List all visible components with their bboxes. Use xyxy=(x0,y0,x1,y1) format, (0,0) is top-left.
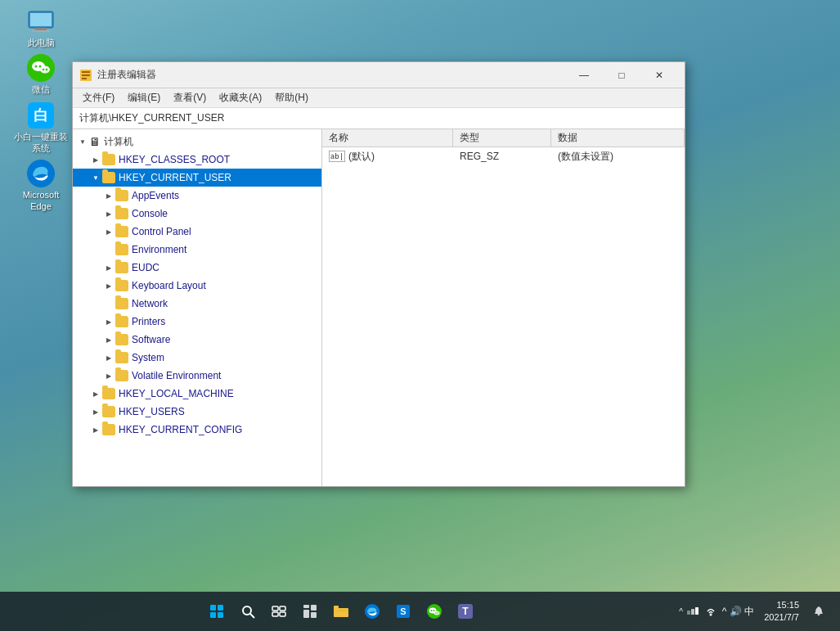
svg-rect-21 xyxy=(218,612,223,618)
cell-name-default: ab| (默认) xyxy=(322,147,453,165)
expand-current-config[interactable] xyxy=(89,423,102,436)
svg-rect-17 xyxy=(82,78,87,79)
store-button[interactable]: S xyxy=(389,597,418,626)
tree-item-system[interactable]: System xyxy=(73,349,321,367)
tree-item-volatile-env[interactable]: Volatile Environment xyxy=(73,367,321,385)
minimize-button[interactable]: — xyxy=(565,62,603,88)
xiaobai-icon: 白 xyxy=(25,102,57,128)
expand-system[interactable] xyxy=(102,351,115,364)
explorer-button[interactable] xyxy=(326,597,356,626)
app7-button[interactable]: T xyxy=(451,597,480,626)
tree-item-computer[interactable]: 🖥 计算机 xyxy=(73,133,321,151)
tree-item-eudc[interactable]: EUDC xyxy=(73,259,321,277)
title-bar: 注册表编辑器 — □ ✕ xyxy=(73,62,685,88)
expand-current-user[interactable] xyxy=(89,171,102,184)
details-panel: 名称 类型 数据 ab| (默认) REG_SZ (数值未设置) xyxy=(322,129,685,486)
desktop-icon-xiaobai[interactable]: 白 小白一键重装系统 xyxy=(12,102,70,155)
wechat-taskbar-button[interactable] xyxy=(420,597,449,626)
menu-view[interactable]: 查看(V) xyxy=(167,89,213,106)
tree-item-control-panel[interactable]: Control Panel xyxy=(73,223,321,241)
tree-item-appevents[interactable]: AppEvents xyxy=(73,187,321,205)
folder-icon-control-panel xyxy=(115,226,128,237)
svg-point-8 xyxy=(40,66,50,74)
svg-point-22 xyxy=(243,606,251,615)
this-pc-label: 此电脑 xyxy=(28,37,55,48)
expand-computer[interactable] xyxy=(76,135,89,148)
tree-label-users: HKEY_USERS xyxy=(119,406,185,417)
expand-software[interactable] xyxy=(102,333,115,346)
xiaobai-label: 小白一键重装系统 xyxy=(12,131,70,155)
start-button[interactable] xyxy=(202,597,231,626)
expand-console[interactable] xyxy=(102,207,115,220)
svg-rect-51 xyxy=(818,614,820,615)
tree-label-software: Software xyxy=(132,334,170,345)
folder-icon-eudc xyxy=(115,262,128,273)
expand-appevents[interactable] xyxy=(102,189,115,202)
tree-panel[interactable]: 🖥 计算机 HKEY_CLASSES_ROOT HKEY_CURRENT_USE… xyxy=(73,129,322,486)
folder-icon-appevents xyxy=(115,190,128,201)
tree-item-software[interactable]: Software xyxy=(73,331,321,349)
tree-item-printers[interactable]: Printers xyxy=(73,313,321,331)
tree-item-classes-root[interactable]: HKEY_CLASSES_ROOT xyxy=(73,151,321,169)
svg-point-7 xyxy=(39,65,42,68)
col-header-type: 类型 xyxy=(453,129,551,146)
svg-rect-47 xyxy=(687,611,690,615)
menu-edit[interactable]: 编辑(E) xyxy=(121,89,167,106)
edge-icon xyxy=(25,160,57,187)
taskview-button[interactable] xyxy=(264,597,294,626)
details-header: 名称 类型 数据 xyxy=(322,129,685,147)
expand-classes-root[interactable] xyxy=(89,153,102,166)
wechat-icon xyxy=(25,55,57,81)
svg-rect-19 xyxy=(218,605,223,611)
expand-users[interactable] xyxy=(89,405,102,418)
tree-item-local-machine[interactable]: HKEY_LOCAL_MACHINE xyxy=(73,385,321,403)
menu-file[interactable]: 文件(F) xyxy=(76,89,121,106)
svg-rect-24 xyxy=(272,606,278,611)
tree-item-current-user[interactable]: HKEY_CURRENT_USER xyxy=(73,169,321,187)
expand-volatile-env[interactable] xyxy=(102,369,115,382)
folder-icon-volatile-env xyxy=(115,370,128,381)
svg-point-41 xyxy=(433,610,435,611)
expand-control-panel[interactable] xyxy=(102,225,115,238)
svg-point-6 xyxy=(35,65,38,68)
svg-rect-30 xyxy=(303,610,309,618)
tree-item-current-config[interactable]: HKEY_CURRENT_CONFIG xyxy=(73,421,321,439)
menu-favorites[interactable]: 收藏夹(A) xyxy=(213,89,268,106)
tree-item-keyboard-layout[interactable]: Keyboard Layout xyxy=(73,277,321,295)
tree-label-computer: 计算机 xyxy=(104,135,133,149)
desktop: 此电脑 微信 白 xyxy=(0,0,840,631)
expand-keyboard-layout[interactable] xyxy=(102,279,115,292)
svg-point-10 xyxy=(46,69,47,70)
expand-eudc[interactable] xyxy=(102,261,115,274)
taskbar-clock[interactable]: 15:15 2021/7/7 xyxy=(764,599,799,624)
desktop-icon-this-pc[interactable]: 此电脑 xyxy=(12,8,70,48)
clock-time: 15:15 xyxy=(764,599,799,611)
tree-item-users[interactable]: HKEY_USERS xyxy=(73,403,321,421)
tree-item-network[interactable]: Network xyxy=(73,295,321,313)
maximize-button[interactable]: □ xyxy=(603,62,640,88)
details-row-default[interactable]: ab| (默认) REG_SZ (数值未设置) xyxy=(322,147,685,165)
tree-label-network: Network xyxy=(132,298,168,309)
menu-help[interactable]: 帮助(H) xyxy=(268,89,315,106)
notification-button[interactable] xyxy=(804,597,833,626)
main-content: 🖥 计算机 HKEY_CLASSES_ROOT HKEY_CURRENT_USE… xyxy=(73,129,685,486)
tray-arrow: ^ xyxy=(679,607,683,616)
search-button[interactable] xyxy=(233,597,263,626)
svg-rect-28 xyxy=(303,605,309,608)
svg-rect-49 xyxy=(695,607,699,615)
tray-area[interactable]: ^ ^ 🔊 中 xyxy=(676,603,759,620)
expand-local-machine[interactable] xyxy=(89,387,102,400)
desktop-icon-edge[interactable]: Microsoft Edge xyxy=(12,160,70,213)
tree-item-console[interactable]: Console xyxy=(73,205,321,223)
wechat-label: 微信 xyxy=(32,83,50,95)
close-button[interactable]: ✕ xyxy=(640,62,678,88)
edge-taskbar-button[interactable] xyxy=(357,597,387,626)
tree-item-environment[interactable]: Environment xyxy=(73,241,321,259)
svg-point-44 xyxy=(437,612,438,614)
widgets-button[interactable] xyxy=(295,597,325,626)
desktop-icon-wechat[interactable]: 微信 xyxy=(12,55,70,95)
tree-label-control-panel: Control Panel xyxy=(132,226,191,237)
svg-rect-16 xyxy=(82,74,90,76)
expand-printers[interactable] xyxy=(102,315,115,328)
folder-icon-printers xyxy=(115,316,128,327)
